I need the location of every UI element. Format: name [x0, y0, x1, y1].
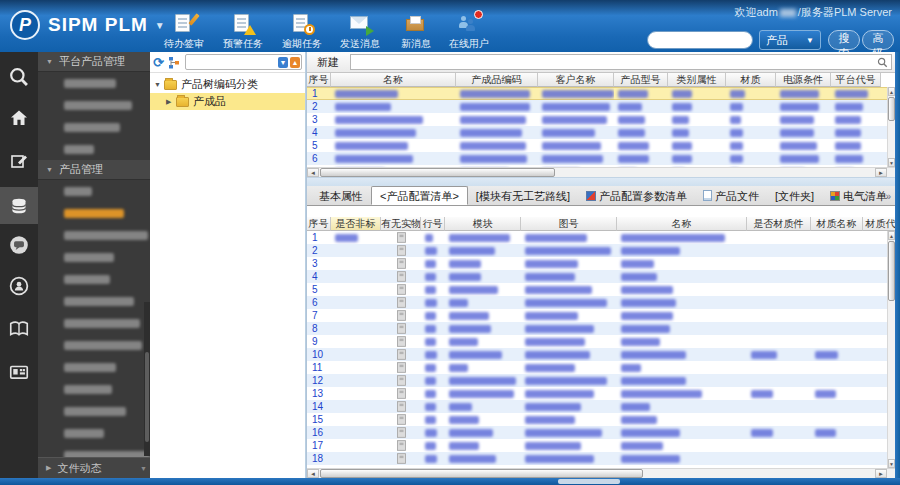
table-row[interactable]: 2 [307, 100, 895, 113]
sidebar-item[interactable] [38, 334, 150, 356]
column-header[interactable]: 类别属性 [668, 73, 726, 87]
table-row[interactable]: 8 [307, 322, 895, 335]
search-category-select[interactable]: 产品▼ [759, 30, 821, 50]
image-placeholder-icon[interactable] [397, 271, 406, 281]
scroll-down-icon[interactable]: ▼ [888, 459, 895, 468]
tab-6[interactable]: [文件夹] [767, 186, 822, 205]
tree-view-icon[interactable] [168, 56, 181, 69]
table-row[interactable]: 18 [307, 452, 895, 465]
sidebar-item[interactable] [38, 356, 150, 378]
sidebar-item[interactable] [38, 378, 150, 400]
column-header[interactable]: 序号 [307, 217, 331, 231]
sidebar-item[interactable] [38, 72, 150, 94]
sidebar-item[interactable] [38, 312, 150, 334]
tree-node-finished-product[interactable]: ▶ 产成品 [150, 93, 305, 110]
table-row[interactable]: 1 [307, 87, 895, 100]
search-down-button[interactable]: ▼ [278, 57, 288, 68]
table-row[interactable]: 5 [307, 139, 895, 152]
table-row[interactable]: 3 [307, 113, 895, 126]
image-placeholder-icon[interactable] [397, 427, 406, 437]
scroll-left-icon[interactable]: ◄ [307, 469, 319, 478]
column-header[interactable]: 是否非标 [331, 217, 381, 231]
tab-3[interactable]: [模块有无工艺路线] [468, 186, 578, 205]
column-header[interactable]: 电源条件 [776, 73, 831, 87]
column-header[interactable]: 名称 [617, 217, 747, 231]
table-row[interactable]: 6 [307, 296, 895, 309]
column-header[interactable]: 行号 [421, 217, 445, 231]
column-header[interactable]: 产品型号 [614, 73, 668, 87]
sidebar-group-file-activity[interactable]: ▶ 文件动态 ▼ [38, 457, 150, 478]
table-row[interactable]: 12 [307, 374, 895, 387]
sidebar-item[interactable] [38, 224, 150, 246]
column-header[interactable]: 模块 [445, 217, 521, 231]
column-header[interactable]: 是否材质件 [747, 217, 811, 231]
image-placeholder-icon[interactable] [397, 336, 406, 346]
sidebar-item[interactable] [38, 290, 150, 312]
table-row[interactable]: 1 [307, 231, 895, 244]
tab-7[interactable]: 电气清单 [822, 186, 895, 205]
database-icon[interactable] [0, 187, 38, 224]
image-placeholder-icon[interactable] [397, 245, 406, 255]
toolbar-online-users[interactable]: 在线用户 [443, 13, 495, 51]
sidebar-item[interactable] [38, 246, 150, 268]
image-placeholder-icon[interactable] [397, 323, 406, 333]
table-row[interactable]: 6 [307, 152, 895, 165]
image-placeholder-icon[interactable] [397, 388, 406, 398]
table-row[interactable]: 4 [307, 126, 895, 139]
column-header[interactable]: 产成品编码 [456, 73, 538, 87]
search-button[interactable]: 搜索 [828, 30, 860, 50]
scroll-down-icon[interactable]: ▼ [888, 158, 895, 167]
table-row[interactable]: 5 [307, 283, 895, 296]
column-header[interactable]: 材质名称 [811, 217, 863, 231]
scroll-left-icon[interactable]: ◄ [307, 168, 319, 177]
edit-icon[interactable] [0, 142, 38, 179]
id-card-icon[interactable] [0, 353, 38, 390]
table-row[interactable]: 16 [307, 426, 895, 439]
image-placeholder-icon[interactable] [397, 258, 406, 268]
image-placeholder-icon[interactable] [397, 232, 406, 242]
image-placeholder-icon[interactable] [397, 440, 406, 450]
book-icon[interactable] [0, 310, 38, 347]
sidebar-item[interactable] [38, 422, 150, 444]
table-row[interactable]: 7 [307, 309, 895, 322]
refresh-icon[interactable]: ⟳ [153, 56, 164, 69]
image-placeholder-icon[interactable] [397, 414, 406, 424]
column-header[interactable]: 材质代号 [863, 217, 895, 231]
sidebar-item[interactable] [38, 202, 150, 224]
column-header[interactable]: 客户名称 [538, 73, 614, 87]
sidebar-item[interactable] [38, 116, 150, 138]
sidebar-item[interactable] [38, 180, 150, 202]
sidebar-item[interactable] [38, 268, 150, 290]
image-placeholder-icon[interactable] [397, 310, 406, 320]
column-header[interactable]: 有无实物 [381, 217, 421, 231]
image-placeholder-icon[interactable] [397, 284, 406, 294]
toolbar-warning-tasks[interactable]: 预警任务 [217, 13, 269, 51]
panel-splitter[interactable] [307, 177, 895, 186]
scroll-right-icon[interactable]: ► [875, 469, 887, 478]
tree-collapse-icon[interactable]: ▶ [166, 98, 176, 106]
search-up-button[interactable]: ▲ [290, 57, 300, 68]
column-header[interactable]: 名称 [331, 73, 456, 87]
table-row[interactable]: 17 [307, 439, 895, 452]
upper-table-hscrollbar[interactable]: ◄ ► [307, 167, 895, 177]
sidebar-item[interactable] [38, 400, 150, 422]
column-header[interactable]: 平台代号 [831, 73, 881, 87]
toolbar-new-message[interactable]: 新消息 [390, 13, 442, 51]
sidebar-item[interactable] [38, 138, 150, 160]
table-row[interactable]: 2 [307, 244, 895, 257]
table-row[interactable]: 10 [307, 348, 895, 361]
table-row[interactable]: 13 [307, 387, 895, 400]
sidebar-item[interactable] [38, 94, 150, 116]
sipm-search-icon[interactable] [0, 58, 38, 95]
image-placeholder-icon[interactable] [397, 349, 406, 359]
table-row[interactable]: 3 [307, 257, 895, 270]
home-icon[interactable] [0, 99, 38, 136]
chat-icon[interactable] [0, 226, 38, 263]
toolbar-todo-approvals[interactable]: 待办签审 [158, 13, 210, 51]
table-row[interactable]: 9 [307, 335, 895, 348]
bottom-scroll-handle[interactable] [558, 479, 620, 484]
scroll-right-icon[interactable]: ► [875, 168, 887, 177]
tab-overflow-icon[interactable]: » [885, 191, 891, 202]
tab-2[interactable]: <产品配置清单> [371, 186, 468, 205]
support-headset-icon[interactable] [0, 267, 38, 304]
